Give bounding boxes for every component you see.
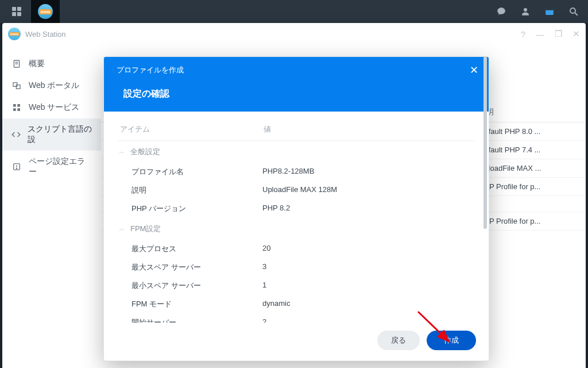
sidebar-item-script-settings[interactable]: スクリプト言語の設 bbox=[2, 118, 101, 151]
sidebar-item-label: ページ設定エラー bbox=[29, 156, 92, 177]
chevron-up-icon: ︿ bbox=[119, 225, 125, 233]
search-icon[interactable] bbox=[562, 0, 586, 23]
svg-rect-15 bbox=[17, 104, 20, 107]
portal-icon bbox=[11, 80, 22, 91]
sidebar-item-label: 概要 bbox=[29, 59, 45, 69]
create-button[interactable]: 作成 bbox=[427, 331, 476, 350]
dialog-subtitle: 設定の確認 bbox=[117, 88, 476, 100]
app-header: www Web Station ? — ❐ ✕ bbox=[2, 23, 586, 45]
app-task-webstation[interactable]: www bbox=[31, 0, 60, 23]
scrollbar-thumb[interactable] bbox=[483, 56, 487, 229]
sidebar: 概要 Web ポータル Web サービス スクリプト言語の設 ページ設定エラー bbox=[2, 45, 101, 368]
doc-icon bbox=[11, 59, 22, 69]
kv-row: 開始サーバー2 bbox=[118, 313, 475, 323]
svg-rect-16 bbox=[13, 108, 16, 111]
warn-icon bbox=[11, 162, 22, 172]
svg-rect-2 bbox=[12, 12, 16, 16]
minimize-button[interactable]: — bbox=[536, 29, 544, 39]
sidebar-item-overview[interactable]: 概要 bbox=[2, 53, 101, 75]
chat-icon[interactable] bbox=[489, 0, 513, 23]
settings-table-header: アイテム 値 bbox=[118, 121, 475, 141]
svg-rect-0 bbox=[12, 7, 16, 11]
dialog-title: プロファイルを作成 bbox=[117, 65, 476, 75]
svg-rect-6 bbox=[546, 8, 554, 10]
svg-rect-14 bbox=[13, 104, 16, 107]
col-value: 値 bbox=[264, 124, 271, 135]
kv-row: プロファイル名PHP8.2-128MB bbox=[118, 163, 475, 181]
back-button[interactable]: 戻る bbox=[377, 331, 420, 350]
section-fpm[interactable]: ︿ FPM設定 bbox=[118, 218, 475, 240]
sidebar-item-page-error[interactable]: ページ設定エラー bbox=[2, 151, 101, 183]
main-menu-button[interactable] bbox=[2, 0, 31, 23]
svg-rect-3 bbox=[17, 12, 21, 16]
dialog-body[interactable]: アイテム 値 ︿ 全般設定 プロファイル名PHP8.2-128MB 説明Uplo… bbox=[104, 112, 489, 323]
service-icon bbox=[11, 102, 22, 113]
dialog-header: プロファイルを作成 設定の確認 ✕ bbox=[104, 57, 489, 112]
sidebar-item-webservice[interactable]: Web サービス bbox=[2, 97, 101, 118]
svg-point-4 bbox=[524, 8, 527, 12]
chevron-up-icon: ︿ bbox=[119, 148, 125, 156]
section-general[interactable]: ︿ 全般設定 bbox=[118, 141, 475, 163]
kv-row: PHP バージョンPHP 8.2 bbox=[118, 200, 475, 218]
svg-line-8 bbox=[575, 13, 578, 16]
close-icon[interactable]: ✕ bbox=[470, 64, 478, 76]
svg-point-20 bbox=[16, 168, 17, 168]
panel-icon[interactable] bbox=[537, 0, 562, 23]
sidebar-item-label: スクリプト言語の設 bbox=[28, 124, 92, 145]
system-topbar: www bbox=[0, 0, 588, 23]
webstation-icon: www bbox=[38, 4, 53, 19]
kv-row: 説明UploadFile MAX 128M bbox=[118, 181, 475, 200]
svg-rect-17 bbox=[17, 108, 20, 111]
modal-scrollbar[interactable] bbox=[483, 56, 487, 298]
create-profile-dialog: プロファイルを作成 設定の確認 ✕ アイテム 値 ︿ 全般設定 プロファイル名P… bbox=[103, 56, 489, 361]
window-controls: ? — ❐ ✕ bbox=[521, 29, 580, 39]
maximize-button[interactable]: ❐ bbox=[555, 29, 562, 39]
svg-rect-1 bbox=[17, 7, 21, 11]
close-window-button[interactable]: ✕ bbox=[572, 29, 580, 39]
sidebar-item-webportal[interactable]: Web ポータル bbox=[2, 75, 101, 97]
user-icon[interactable] bbox=[513, 0, 537, 23]
sidebar-item-label: Web ポータル bbox=[29, 80, 79, 91]
kv-row: 最大スペア サーバー3 bbox=[118, 258, 475, 277]
app-title: Web Station bbox=[25, 30, 66, 39]
col-item: アイテム bbox=[120, 124, 264, 135]
help-button[interactable]: ? bbox=[521, 29, 525, 39]
kv-row: 最大プロセス20 bbox=[118, 240, 475, 258]
kv-row: FPM モードdynamic bbox=[118, 295, 475, 313]
svg-point-7 bbox=[570, 8, 575, 13]
code-icon bbox=[11, 129, 21, 140]
dialog-footer: 戻る 作成 bbox=[104, 323, 489, 361]
app-logo-icon: www bbox=[8, 28, 21, 40]
sidebar-item-label: Web サービス bbox=[29, 102, 79, 113]
kv-row: 最小スペア サーバー1 bbox=[118, 277, 475, 295]
